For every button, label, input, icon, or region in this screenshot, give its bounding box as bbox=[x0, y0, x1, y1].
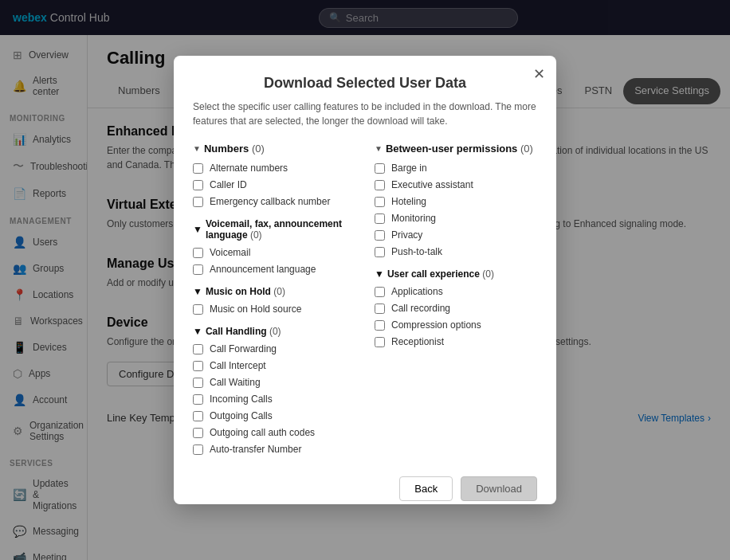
checkbox-caller-id: Caller ID bbox=[193, 179, 355, 190]
incoming-calls-label: Incoming Calls bbox=[210, 394, 273, 405]
call-waiting-label: Call Waiting bbox=[210, 377, 261, 388]
checkbox-emergency-callback: Emergency callback number bbox=[193, 196, 355, 207]
music-label: Music on Hold (0) bbox=[206, 286, 285, 297]
announcement-language-checkbox[interactable] bbox=[193, 264, 203, 275]
checkbox-privacy: Privacy bbox=[375, 229, 537, 241]
modal-right-column: ▼ Between-user permissions (0) Barge in … bbox=[375, 143, 537, 460]
incoming-calls-checkbox[interactable] bbox=[193, 394, 203, 405]
checkbox-monitoring: Monitoring bbox=[375, 213, 537, 224]
between-user-count: (0) bbox=[520, 143, 533, 155]
user-call-experience-section-title: ▼ User call experience (0) bbox=[375, 268, 537, 280]
emergency-callback-label: Emergency callback number bbox=[210, 196, 330, 207]
caller-id-label: Caller ID bbox=[210, 179, 247, 190]
numbers-section-title: ▼ Numbers (0) bbox=[193, 143, 355, 155]
monitoring-label: Monitoring bbox=[391, 213, 436, 224]
checkbox-compression-options: Compression options bbox=[375, 319, 537, 331]
checkbox-outgoing-auth-codes: Outgoing call auth codes bbox=[193, 427, 355, 438]
checkbox-barge-in: Barge in bbox=[375, 163, 537, 174]
checkbox-applications: Applications bbox=[375, 286, 537, 297]
user-call-chevron-icon: ▼ bbox=[375, 268, 384, 280]
call-forwarding-checkbox[interactable] bbox=[193, 344, 203, 354]
modal-left-column: ▼ Numbers (0) Alternate numbers Caller I… bbox=[193, 143, 355, 460]
call-waiting-checkbox[interactable] bbox=[193, 378, 203, 388]
user-call-count: (0) bbox=[482, 268, 494, 280]
modal-footer: Back Download bbox=[193, 476, 537, 501]
barge-in-checkbox[interactable] bbox=[375, 163, 385, 174]
call-handling-label: Call Handling (0) bbox=[206, 326, 281, 337]
modal-desc: Select the specific user calling feature… bbox=[193, 100, 537, 128]
download-button[interactable]: Download bbox=[461, 476, 537, 501]
checkbox-push-to-talk: Push-to-talk bbox=[375, 246, 537, 257]
call-recording-checkbox[interactable] bbox=[375, 303, 385, 314]
music-on-hold-source-label: Music on Hold source bbox=[210, 303, 301, 315]
applications-checkbox[interactable] bbox=[375, 287, 385, 297]
user-call-label: User call experience (0) bbox=[387, 268, 494, 280]
call-intercept-checkbox[interactable] bbox=[193, 361, 203, 371]
music-count: (0) bbox=[273, 286, 285, 297]
hoteling-label: Hoteling bbox=[391, 196, 426, 207]
checkbox-call-intercept: Call Intercept bbox=[193, 360, 355, 371]
call-recording-label: Call recording bbox=[391, 303, 450, 314]
voicemail-label: Voicemail, fax, announcement language (0… bbox=[206, 218, 355, 241]
auto-transfer-checkbox[interactable] bbox=[193, 444, 203, 455]
executive-assistant-checkbox[interactable] bbox=[375, 180, 385, 190]
announcement-language-label: Announcement language bbox=[210, 264, 316, 275]
monitoring-checkbox[interactable] bbox=[375, 213, 385, 224]
emergency-callback-checkbox[interactable] bbox=[193, 197, 203, 207]
between-user-label: Between-user permissions (0) bbox=[386, 143, 533, 155]
checkbox-call-forwarding: Call Forwarding bbox=[193, 343, 355, 354]
checkbox-hoteling: Hoteling bbox=[375, 196, 537, 207]
checkbox-call-waiting: Call Waiting bbox=[193, 377, 355, 388]
receptionist-checkbox[interactable] bbox=[375, 337, 385, 347]
voicemail-item-label: Voicemail bbox=[210, 247, 250, 258]
call-forwarding-label: Call Forwarding bbox=[210, 343, 277, 354]
voicemail-section-title: ▼ Voicemail, fax, announcement language … bbox=[193, 218, 355, 241]
receptionist-label: Receptionist bbox=[391, 336, 444, 347]
voicemail-chevron-icon: ▼ bbox=[193, 224, 202, 235]
numbers-chevron-icon: ▼ bbox=[193, 144, 201, 153]
checkbox-voicemail: Voicemail bbox=[193, 247, 355, 258]
music-on-hold-source-checkbox[interactable] bbox=[193, 304, 203, 315]
checkbox-announcement-language: Announcement language bbox=[193, 264, 355, 275]
checkbox-receptionist: Receptionist bbox=[375, 336, 537, 347]
applications-label: Applications bbox=[391, 286, 443, 297]
between-user-chevron-icon: ▼ bbox=[375, 144, 383, 153]
compression-options-checkbox[interactable] bbox=[375, 320, 385, 331]
modal-title: Download Selected User Data bbox=[193, 75, 537, 92]
modal-columns: ▼ Numbers (0) Alternate numbers Caller I… bbox=[193, 143, 537, 460]
checkbox-auto-transfer: Auto-transfer Number bbox=[193, 444, 355, 455]
hoteling-checkbox[interactable] bbox=[375, 197, 385, 207]
push-to-talk-label: Push-to-talk bbox=[391, 246, 442, 257]
checkbox-call-recording: Call recording bbox=[375, 303, 537, 314]
alternate-numbers-checkbox[interactable] bbox=[193, 163, 203, 174]
modal-close-button[interactable]: ✕ bbox=[533, 65, 545, 83]
executive-assistant-label: Executive assistant bbox=[391, 179, 473, 190]
music-chevron-icon: ▼ bbox=[193, 286, 202, 297]
modal-overlay: ✕ Download Selected User Data Select the… bbox=[0, 0, 730, 560]
call-handling-section-title: ▼ Call Handling (0) bbox=[193, 326, 355, 337]
outgoing-calls-label: Outgoing Calls bbox=[210, 410, 273, 421]
checkbox-outgoing-calls: Outgoing Calls bbox=[193, 410, 355, 421]
between-user-section-title: ▼ Between-user permissions (0) bbox=[375, 143, 537, 155]
outgoing-auth-codes-checkbox[interactable] bbox=[193, 428, 203, 438]
numbers-label: Numbers (0) bbox=[204, 143, 265, 155]
privacy-label: Privacy bbox=[391, 229, 422, 241]
voicemail-checkbox[interactable] bbox=[193, 248, 203, 258]
music-on-hold-section-title: ▼ Music on Hold (0) bbox=[193, 286, 355, 297]
barge-in-label: Barge in bbox=[391, 163, 427, 174]
checkbox-alternate-numbers: Alternate numbers bbox=[193, 163, 355, 174]
voicemail-count: (0) bbox=[250, 229, 262, 241]
push-to-talk-checkbox[interactable] bbox=[375, 247, 385, 257]
numbers-count: (0) bbox=[252, 143, 265, 155]
outgoing-auth-codes-label: Outgoing call auth codes bbox=[210, 427, 315, 438]
download-modal: ✕ Download Selected User Data Select the… bbox=[174, 56, 556, 503]
call-intercept-label: Call Intercept bbox=[210, 360, 266, 371]
privacy-checkbox[interactable] bbox=[375, 230, 385, 241]
outgoing-calls-checkbox[interactable] bbox=[193, 411, 203, 421]
auto-transfer-label: Auto-transfer Number bbox=[210, 444, 301, 455]
call-handling-chevron-icon: ▼ bbox=[193, 326, 202, 337]
caller-id-checkbox[interactable] bbox=[193, 180, 203, 190]
back-button[interactable]: Back bbox=[399, 476, 453, 501]
checkbox-incoming-calls: Incoming Calls bbox=[193, 394, 355, 405]
checkbox-executive-assistant: Executive assistant bbox=[375, 179, 537, 190]
